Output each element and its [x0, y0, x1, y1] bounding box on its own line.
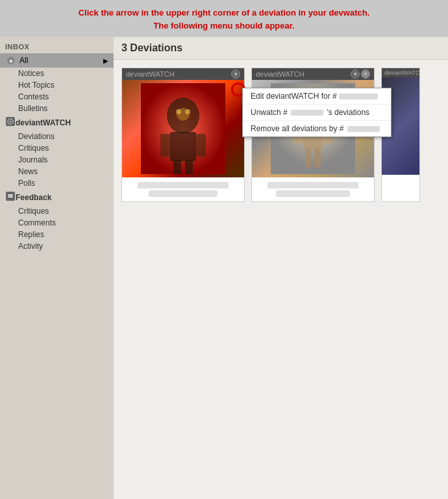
deviations-label: Deviations — [18, 132, 55, 141]
sidebar-item-deviations[interactable]: Deviations — [0, 131, 114, 142]
instruction-line1: Click the arrow in the upper right corne… — [79, 8, 370, 18]
deviantwatch-icon — [5, 116, 16, 129]
svg-point-16 — [185, 109, 190, 114]
sidebar-item-all[interactable]: ● All ▶ — [0, 53, 114, 68]
svg-rect-22 — [305, 148, 312, 168]
hot-topics-label: Hot Topics — [18, 81, 55, 90]
card-1-title: deviantWATCH — [126, 70, 175, 78]
main-area: INBOX ● All ▶ Notices Hot Topics Contest… — [0, 37, 448, 499]
card-2-close-btn[interactable]: ✕ — [361, 70, 370, 79]
svg-rect-9 — [170, 132, 196, 161]
card-1-artwork — [141, 83, 225, 174]
critiques-label: Critiques — [18, 144, 49, 153]
card-1-arrow-btn[interactable]: ▾ — [231, 70, 240, 79]
sidebar-item-comments[interactable]: Comments — [0, 217, 114, 229]
unwatch-blurred — [291, 110, 323, 116]
feedback-icon: ✉ — [5, 191, 16, 203]
svg-point-4 — [10, 121, 12, 123]
card-1-meta — [122, 177, 244, 201]
svg-rect-10 — [160, 134, 170, 157]
card-3-title: deviantWATCH — [384, 70, 420, 76]
card-2-controls: ▾ ✕ — [351, 70, 370, 79]
card-2-arrow-btn[interactable]: ▾ — [351, 70, 360, 79]
sidebar-item-journals[interactable]: Journals — [0, 154, 114, 166]
sidebar-item-replies[interactable]: Replies — [0, 229, 114, 240]
sidebar: INBOX ● All ▶ Notices Hot Topics Contest… — [0, 37, 114, 499]
card-1-controls: ▾ — [231, 70, 240, 79]
sidebar-section-deviantwatch[interactable]: deviantWATCH — [0, 114, 114, 131]
deviations-grid: deviantWATCH ▾ — [114, 60, 448, 210]
bulletins-label: Bulletins — [18, 104, 47, 113]
sidebar-item-polls[interactable]: Polls — [0, 177, 114, 189]
edit-blurred — [339, 94, 378, 99]
svg-text:✉: ✉ — [8, 193, 13, 199]
contests-label: Contests — [18, 92, 49, 101]
deviation-card-1: deviantWATCH ▾ — [121, 68, 245, 202]
card-1-image — [122, 80, 244, 177]
context-menu: Edit deviantWATCH for # Unwatch # 's dev… — [242, 88, 392, 137]
journals-label: Journals — [18, 155, 47, 164]
card-1-meta-blur2 — [149, 190, 218, 197]
content-panel: 3 Deviations deviantWATCH ▾ — [114, 37, 448, 499]
card-1-meta-blur1 — [138, 182, 229, 188]
svg-text:●: ● — [9, 58, 12, 64]
remove-blurred — [347, 126, 380, 132]
top-instruction-bar: Click the arrow in the upper right corne… — [0, 0, 448, 37]
context-menu-unwatch[interactable]: Unwatch # 's deviations — [243, 105, 391, 121]
sidebar-item-contests[interactable]: Contests — [0, 91, 114, 103]
sidebar-item-critiques[interactable]: Critiques — [0, 142, 114, 154]
svg-rect-13 — [185, 160, 193, 174]
svg-rect-11 — [196, 134, 206, 157]
context-menu-edit[interactable]: Edit deviantWATCH for # — [243, 88, 391, 105]
svg-rect-12 — [173, 160, 181, 174]
card-1-header: deviantWATCH ▾ — [122, 68, 244, 80]
card-2-meta-blur2 — [276, 190, 350, 197]
polls-label: Polls — [18, 179, 35, 188]
notices-label: Notices — [18, 69, 44, 78]
svg-point-15 — [176, 109, 181, 114]
content-header: 3 Deviations — [114, 37, 448, 60]
feedback-label: Feedback — [16, 193, 51, 202]
inbox-label: INBOX — [0, 40, 114, 53]
news-label: News — [18, 167, 38, 176]
sidebar-item-notices[interactable]: Notices — [0, 68, 114, 79]
svg-rect-23 — [314, 148, 321, 168]
sidebar-item-activity[interactable]: Activity — [0, 240, 114, 252]
context-menu-remove[interactable]: Remove all deviations by # — [243, 121, 391, 136]
star-icon: ● — [5, 55, 17, 66]
feedback-critiques-label: Critiques — [18, 207, 49, 216]
sidebar-item-news[interactable]: News — [0, 166, 114, 177]
activity-label: Activity — [18, 242, 43, 251]
card-3-header: deviantWATCH — [382, 68, 419, 77]
comments-label: Comments — [18, 218, 56, 227]
card-2-meta-blur1 — [268, 182, 359, 188]
sidebar-all-label: All — [19, 56, 28, 65]
sidebar-item-hot-topics[interactable]: Hot Topics — [0, 79, 114, 91]
replies-label: Replies — [18, 230, 44, 239]
sidebar-section-feedback[interactable]: ✉ Feedback — [0, 189, 114, 205]
card-2-title: deviantWATCH — [256, 70, 305, 78]
instruction-line2: The following menu should appear. — [153, 21, 294, 31]
deviations-count: 3 Deviations — [121, 42, 182, 53]
sidebar-item-bulletins[interactable]: Bulletins — [0, 103, 114, 114]
card-2-meta — [252, 177, 374, 201]
sidebar-all-arrow: ▶ — [103, 57, 108, 64]
deviantwatch-label: deviantWATCH — [16, 118, 71, 127]
sidebar-item-feedback-critiques[interactable]: Critiques — [0, 205, 114, 217]
card-2-header: deviantWATCH ▾ ✕ — [252, 68, 374, 80]
